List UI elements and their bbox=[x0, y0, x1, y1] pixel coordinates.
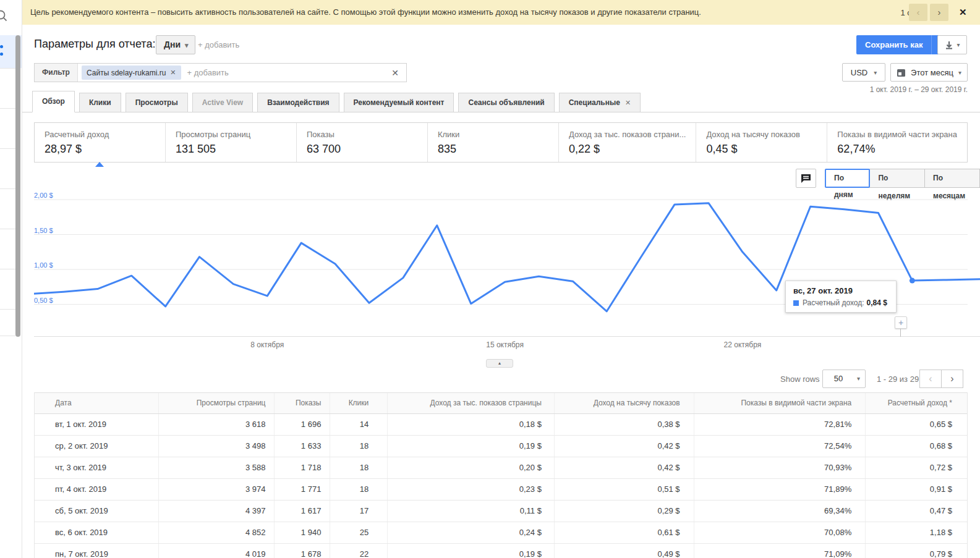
table-cell: 71,89% bbox=[694, 479, 866, 500]
chevron-down-icon: ▾ bbox=[874, 69, 877, 76]
download-icon bbox=[944, 40, 954, 50]
tab-сеансы-объявлений[interactable]: Сеансы объявлений bbox=[458, 93, 554, 112]
currency-label: USD bbox=[851, 68, 867, 77]
metric-card[interactable]: Клики835 bbox=[427, 123, 558, 162]
table-cell: 0,42 $ bbox=[554, 457, 694, 478]
filter-clear-icon[interactable]: ✕ bbox=[391, 68, 399, 78]
table-cell: 14 bbox=[330, 414, 387, 435]
table-cell: 3 974 bbox=[158, 479, 275, 500]
table-cell: 0,91 $ bbox=[865, 479, 967, 500]
table-row: пн, 7 окт. 20194 0191 678220,19 $0,49 $7… bbox=[35, 544, 967, 558]
report-tabs: ОбзорКликиПросмотрыActive ViewВзаимодейс… bbox=[32, 91, 641, 112]
breadcrumb-chevron-icon: › bbox=[147, 38, 150, 49]
sidebar-divider bbox=[0, 148, 15, 149]
table-cell: 4 852 bbox=[158, 522, 275, 543]
y-axis-tick: 2,00 $ bbox=[34, 192, 56, 199]
page-prev-button[interactable]: ‹ bbox=[919, 370, 942, 388]
date-range-dropdown[interactable]: Этот месяц ▾ bbox=[890, 63, 968, 82]
highlighted-data-point[interactable] bbox=[910, 278, 915, 284]
rows-per-page-dropdown[interactable]: 50 ▾ bbox=[822, 370, 866, 388]
search-icon[interactable] bbox=[0, 8, 9, 23]
tab-взаимодействия[interactable]: Взаимодействия bbox=[257, 93, 339, 112]
table-cell: 0,20 $ bbox=[387, 457, 554, 478]
collapse-chart-button[interactable]: ▴ bbox=[486, 359, 513, 368]
tab-обзор[interactable]: Обзор bbox=[32, 91, 75, 112]
metric-label: Просмотры страниц bbox=[176, 130, 286, 139]
period-label: Этот месяц bbox=[911, 68, 953, 77]
metric-label: Доход на тысячу показов bbox=[706, 130, 817, 139]
tab-label: Клики bbox=[89, 98, 111, 107]
column-header[interactable]: Показы в видимой части экрана bbox=[694, 393, 866, 413]
dimension-label: Дни bbox=[164, 40, 181, 49]
table-cell: пн, 7 окт. 2019 bbox=[35, 544, 158, 558]
metric-label: Доход за тыс. показов страни... bbox=[569, 130, 686, 139]
table-cell: 72,54% bbox=[694, 436, 866, 457]
metric-card[interactable]: Доход за тыс. показов страни...0,22 $ bbox=[558, 123, 696, 162]
column-header[interactable]: Показы bbox=[274, 393, 330, 413]
granularity-button[interactable]: По неделям bbox=[869, 169, 925, 188]
metric-card[interactable]: Просмотры страниц131 505 bbox=[165, 123, 296, 162]
column-header[interactable]: Доход за тыс. показов страницы bbox=[387, 393, 554, 413]
sidebar-scrollbar[interactable] bbox=[15, 35, 20, 337]
save-as-button[interactable]: Сохранить как bbox=[856, 35, 931, 54]
sidebar-divider bbox=[0, 229, 15, 229]
column-header[interactable]: Просмотры страниц bbox=[158, 393, 275, 413]
dimension-dropdown[interactable]: Дни▾ bbox=[156, 35, 195, 54]
table-cell: 3 498 bbox=[158, 436, 275, 457]
table-cell: 1 633 bbox=[274, 436, 330, 457]
annotation-button[interactable] bbox=[796, 169, 816, 188]
tab-рекомендуемый-контент[interactable]: Рекомендуемый контент bbox=[344, 93, 454, 112]
tab-специальные[interactable]: Специальные✕ bbox=[559, 93, 641, 112]
metric-card[interactable]: Расчетный доход28,97 $ bbox=[35, 123, 165, 162]
granularity-active-button[interactable]: По дням bbox=[825, 169, 870, 188]
column-header[interactable]: Доход на тысячу показов bbox=[554, 393, 694, 413]
filter-add-placeholder[interactable]: + добавить bbox=[187, 68, 229, 77]
tab-просмотры[interactable]: Просмотры bbox=[126, 93, 188, 112]
sidebar-divider bbox=[0, 336, 15, 336]
tab-close-icon[interactable]: ✕ bbox=[625, 99, 631, 106]
column-header[interactable]: Расчетный доход * bbox=[865, 393, 967, 413]
page-next-button[interactable]: › bbox=[941, 370, 963, 388]
granularity-button[interactable]: По месяцам bbox=[924, 169, 980, 188]
table-cell: 0,68 $ bbox=[865, 436, 967, 457]
banner-next-button[interactable]: › bbox=[930, 4, 948, 21]
y-axis-tick: 0,50 $ bbox=[34, 297, 56, 304]
table-row: вт, 1 окт. 20193 6181 696140,18 $0,38 $7… bbox=[35, 414, 967, 436]
metric-card[interactable]: Доход на тысячу показов0,45 $ bbox=[696, 123, 827, 162]
column-header[interactable]: Клики bbox=[330, 393, 387, 413]
add-annotation-icon[interactable]: + bbox=[895, 316, 907, 329]
table-cell: 0,19 $ bbox=[387, 436, 554, 457]
table-cell: 1 696 bbox=[274, 414, 330, 435]
chip-close-icon[interactable]: ✕ bbox=[170, 69, 176, 77]
banner-close-icon[interactable]: ✕ bbox=[959, 7, 967, 18]
table-cell: 4 397 bbox=[158, 501, 275, 522]
metric-value: 62,74% bbox=[837, 143, 957, 156]
chevron-down-icon: ▾ bbox=[958, 69, 961, 76]
metric-card[interactable]: Показы в видимой части экрана62,74% bbox=[827, 123, 967, 162]
table-cell: 1 617 bbox=[274, 501, 330, 522]
table-cell: вт, 1 окт. 2019 bbox=[35, 414, 158, 435]
metric-value: 63 700 bbox=[307, 143, 417, 156]
metric-card[interactable]: Показы63 700 bbox=[296, 123, 427, 162]
y-axis-tick: 1,50 $ bbox=[34, 227, 56, 234]
comment-icon bbox=[801, 174, 811, 183]
table-cell: 0,11 $ bbox=[387, 501, 554, 522]
tab-клики[interactable]: Клики bbox=[79, 93, 121, 112]
filter-chip[interactable]: Сайты sdelay-rukami.ru ✕ bbox=[82, 66, 181, 80]
export-button[interactable]: ▾ bbox=[937, 35, 967, 54]
currency-dropdown[interactable]: USD ▾ bbox=[842, 63, 885, 82]
series-color-swatch bbox=[793, 300, 799, 306]
table-header-row: ДатаПросмотры страницПоказыКликиДоход за… bbox=[35, 393, 967, 414]
column-header[interactable]: Дата bbox=[35, 393, 158, 413]
banner-prev-button[interactable]: ‹ bbox=[909, 4, 927, 21]
metric-value: 28,97 $ bbox=[45, 143, 155, 156]
tab-active-view[interactable]: Active View bbox=[192, 93, 253, 112]
chevron-right-icon: › bbox=[938, 7, 941, 17]
table-cell: 1 678 bbox=[274, 544, 330, 558]
tab-label: Сеансы объявлений bbox=[468, 98, 544, 107]
sidebar-divider bbox=[0, 68, 15, 69]
add-dimension-link[interactable]: + добавить bbox=[198, 40, 239, 49]
x-axis-tick: 15 октября bbox=[486, 340, 524, 349]
sidebar-divider bbox=[0, 108, 15, 109]
date-range-text: 1 окт. 2019 г. – 29 окт. 2019 г. bbox=[822, 85, 968, 94]
